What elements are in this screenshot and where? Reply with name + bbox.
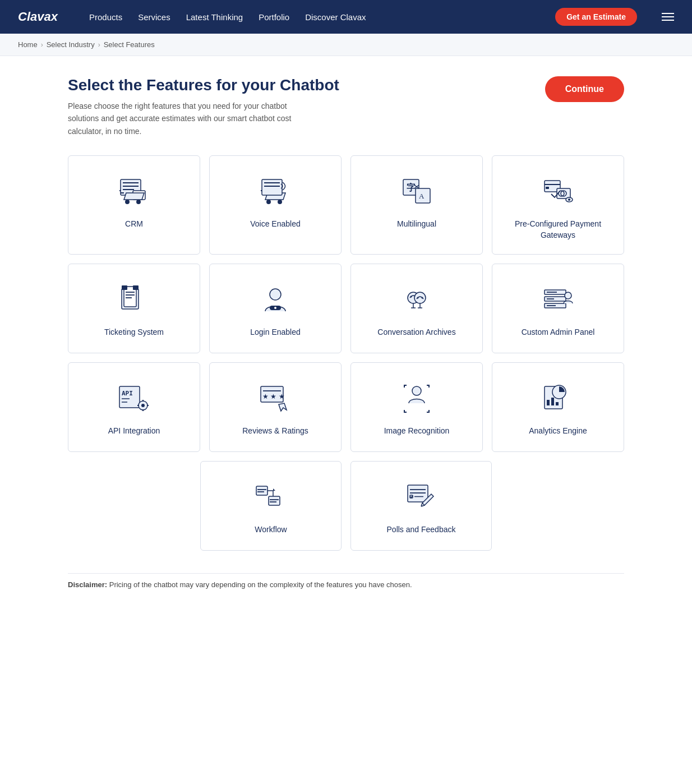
workflow-icon xyxy=(253,479,289,515)
feature-custom-admin-panel[interactable]: Custom Admin Panel xyxy=(492,264,624,353)
admin-icon xyxy=(540,282,576,318)
nav-products[interactable]: Products xyxy=(89,12,122,22)
feature-admin-label: Custom Admin Panel xyxy=(522,327,595,338)
breadcrumb-sep-2: › xyxy=(98,41,100,49)
svg-point-39 xyxy=(274,307,276,309)
feature-workflow-label: Workflow xyxy=(255,524,287,536)
svg-rect-72 xyxy=(256,486,267,495)
disclaimer-text: Pricing of the chatbot may vary dependin… xyxy=(109,580,412,589)
feature-reviews-label: Reviews & Ratings xyxy=(242,426,308,437)
breadcrumb-sep-1: › xyxy=(41,41,43,49)
svg-rect-35 xyxy=(122,285,127,290)
logo[interactable]: Clavax xyxy=(18,10,58,24)
continue-button[interactable]: Continue xyxy=(545,76,624,102)
analytics-icon xyxy=(540,381,576,417)
hamburger-menu[interactable] xyxy=(662,13,674,21)
feature-payment-gateways[interactable]: Pre-Configured Payment Gateways xyxy=(492,155,624,255)
feature-multilingual-label: Multilingual xyxy=(397,219,436,230)
svg-rect-36 xyxy=(133,285,139,290)
nav-cta-button[interactable]: Get an Estimate xyxy=(555,8,637,26)
feature-crm-label: CRM xyxy=(125,219,143,230)
page-title: Select the Features for your Chatbot xyxy=(68,76,339,94)
svg-point-8 xyxy=(137,200,140,204)
feature-analytics-engine[interactable]: Analytics Engine xyxy=(492,362,624,452)
polls-icon xyxy=(403,479,439,515)
svg-point-11 xyxy=(267,200,270,204)
svg-rect-75 xyxy=(269,496,280,505)
svg-text:A: A xyxy=(419,192,425,200)
breadcrumb: Home › Select Industry › Select Features xyxy=(0,34,692,56)
feature-reviews-ratings[interactable]: ★ ★ ★ Reviews & Ratings xyxy=(209,362,342,452)
payment-icon xyxy=(540,174,576,210)
api-icon: API xyxy=(116,381,152,417)
feature-image-recognition-label: Image Recognition xyxy=(384,426,450,437)
archives-icon xyxy=(399,282,435,318)
nav-links: Products Services Latest Thinking Portfo… xyxy=(89,12,537,22)
disclaimer-bold: Disclaimer: xyxy=(68,580,107,589)
svg-point-41 xyxy=(410,296,412,298)
svg-point-7 xyxy=(126,200,129,204)
page-header-left: Select the Features for your Chatbot Ple… xyxy=(68,76,339,137)
svg-text:字: 字 xyxy=(407,182,416,192)
feature-ticketing-system[interactable]: Ticketing System xyxy=(68,264,200,353)
svg-text:API: API xyxy=(122,390,133,397)
feature-workflow[interactable]: Workflow xyxy=(200,461,342,551)
svg-point-44 xyxy=(417,297,419,299)
svg-rect-71 xyxy=(556,402,559,405)
nav-portfolio[interactable]: Portfolio xyxy=(259,12,289,22)
feature-voice-label: Voice Enabled xyxy=(250,219,301,230)
feature-polls-label: Polls and Feedback xyxy=(387,524,456,536)
svg-point-12 xyxy=(278,200,282,204)
page-description: Please choose the right features that yo… xyxy=(68,100,303,137)
login-icon xyxy=(257,282,293,318)
svg-point-52 xyxy=(565,292,571,299)
nav-services[interactable]: Services xyxy=(138,12,170,22)
feature-analytics-label: Analytics Engine xyxy=(529,426,587,437)
feature-login-label: Login Enabled xyxy=(250,327,301,338)
feature-multilingual[interactable]: 字 A Multilingual xyxy=(350,155,483,255)
feature-conversation-archives[interactable]: Conversation Archives xyxy=(350,264,483,353)
breadcrumb-select-industry[interactable]: Select Industry xyxy=(47,40,95,49)
ticketing-icon xyxy=(116,282,152,318)
nav-latest-thinking[interactable]: Latest Thinking xyxy=(186,12,243,22)
reviews-icon: ★ ★ ★ xyxy=(257,381,293,417)
voice-icon xyxy=(257,174,293,210)
svg-rect-15 xyxy=(262,179,282,195)
feature-archives-label: Conversation Archives xyxy=(377,327,455,338)
svg-rect-78 xyxy=(408,485,428,502)
feature-image-recognition[interactable]: Image Recognition xyxy=(350,362,483,452)
feature-voice-enabled[interactable]: Voice Enabled xyxy=(209,155,342,255)
cart-icon xyxy=(116,174,152,210)
feature-polls-feedback[interactable]: Polls and Feedback xyxy=(350,461,492,551)
svg-point-43 xyxy=(414,292,426,303)
feature-api-integration[interactable]: API API Integration xyxy=(68,362,200,452)
breadcrumb-home[interactable]: Home xyxy=(18,40,38,49)
page-header: Select the Features for your Chatbot Ple… xyxy=(68,76,624,137)
features-grid: CRM Voice Enabled 字 xyxy=(68,155,624,452)
svg-rect-69 xyxy=(547,400,550,405)
svg-point-58 xyxy=(141,404,145,407)
svg-rect-70 xyxy=(551,398,554,405)
feature-ticketing-label: Ticketing System xyxy=(104,327,164,338)
feature-api-label: API Integration xyxy=(108,426,160,437)
svg-point-37 xyxy=(270,289,281,300)
svg-point-45 xyxy=(422,297,423,299)
image-recognition-icon xyxy=(399,381,435,417)
disclaimer: Disclaimer: Pricing of the chatbot may v… xyxy=(68,573,624,589)
feature-login-enabled[interactable]: Login Enabled xyxy=(209,264,342,353)
feature-payment-label: Pre-Configured Payment Gateways xyxy=(501,219,615,241)
breadcrumb-current: Select Features xyxy=(104,40,155,49)
svg-point-29 xyxy=(568,199,570,201)
features-grid-bottom: Workflow Polls and Feedback xyxy=(68,461,624,551)
svg-text:★ ★ ★: ★ ★ ★ xyxy=(262,393,285,400)
multilingual-icon: 字 A xyxy=(399,174,435,210)
svg-point-66 xyxy=(412,386,421,395)
feature-crm[interactable]: CRM xyxy=(68,155,200,255)
svg-rect-24 xyxy=(546,187,549,189)
nav-discover[interactable]: Discover Clavax xyxy=(305,12,366,22)
